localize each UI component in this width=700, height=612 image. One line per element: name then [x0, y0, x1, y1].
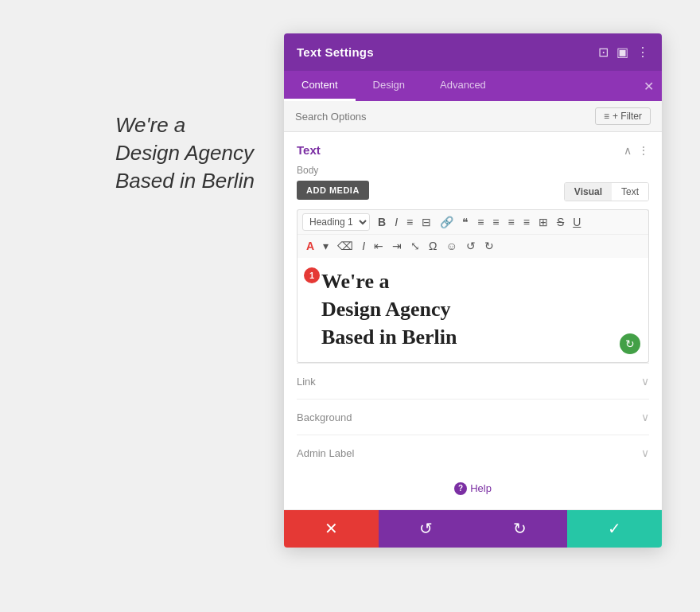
save-button[interactable]: ✓	[567, 510, 662, 548]
undo-editor-button[interactable]: ↺	[462, 238, 480, 255]
visual-text-toggle: Visual Text	[564, 182, 649, 201]
editor-text[interactable]: We're a Design Agency Based in Berlin	[321, 267, 637, 351]
expand-button[interactable]: ⤡	[406, 238, 424, 255]
filter-button[interactable]: ≡ + Filter	[595, 107, 651, 125]
clear-format-button[interactable]: ⌫	[333, 238, 357, 255]
tab-advanced[interactable]: Advanced	[422, 71, 504, 101]
special-char-button[interactable]: Ω	[425, 238, 441, 255]
editor-refresh-icon[interactable]: ↻	[620, 333, 640, 354]
admin-label-accordion[interactable]: Admin Label ∨	[297, 435, 649, 470]
redo-editor-button[interactable]: ↻	[480, 238, 498, 255]
justify-button[interactable]: ≡	[519, 214, 534, 231]
panel-body: Text ∧ ⋮ Body ADD MEDIA Visual Text Head…	[284, 132, 662, 509]
background-accordion[interactable]: Background ∨	[297, 399, 649, 435]
background-label: Background	[297, 411, 352, 423]
indent-button[interactable]: ⇥	[388, 238, 406, 255]
tab-content[interactable]: Content	[284, 71, 356, 101]
help-link[interactable]: ? Help	[454, 482, 492, 495]
fullscreen-icon[interactable]: ▣	[616, 45, 628, 60]
align-center-button[interactable]: ≡	[488, 214, 503, 231]
filter-icon: ≡	[604, 111, 609, 122]
editor-toolbar: Heading 1 B I ≡ ⊟ 🔗 ❝ ≡ ≡ ≡ ≡ ⊞ S U A ▾ …	[297, 209, 649, 258]
header-icons: ⊡ ▣ ⋮	[598, 45, 649, 60]
toolbar-row-1: Heading 1 B I ≡ ⊟ 🔗 ❝ ≡ ≡ ≡ ≡ ⊞ S U	[298, 210, 648, 235]
emoji-button[interactable]: ☺	[441, 238, 461, 255]
text-settings-panel: Text Settings ⊡ ▣ ⋮ Content Design Advan…	[284, 33, 662, 548]
search-input[interactable]	[295, 111, 595, 123]
align-left-button[interactable]: ≡	[473, 214, 488, 231]
strikethrough-button[interactable]: S	[553, 214, 568, 231]
italic2-button[interactable]: I	[358, 238, 369, 255]
cancel-button[interactable]: ✕	[284, 510, 379, 548]
ordered-list-button[interactable]: ⊟	[418, 214, 435, 231]
visual-tab[interactable]: Visual	[565, 183, 612, 201]
admin-label-text: Admin Label	[297, 447, 354, 459]
text-section-title: Text	[297, 143, 321, 157]
admin-label-chevron-icon: ∨	[641, 446, 649, 459]
link-chevron-icon: ∨	[641, 375, 649, 388]
align-right-button[interactable]: ≡	[504, 214, 519, 231]
text-color-button[interactable]: A	[302, 238, 318, 255]
tab-design[interactable]: Design	[356, 71, 422, 101]
undo-icon: ↺	[419, 519, 433, 538]
unordered-list-button[interactable]: ≡	[402, 214, 417, 231]
link-label: Link	[297, 376, 316, 388]
link-button[interactable]: 🔗	[436, 214, 457, 231]
help-section: ? Help	[297, 470, 649, 498]
toolbar-row-2: A ▾ ⌫ I ⇤ ⇥ ⤡ Ω ☺ ↺ ↻	[298, 235, 648, 258]
close-icon[interactable]: ✕	[644, 79, 654, 94]
undo-button[interactable]: ↺	[379, 510, 473, 548]
panel-header: Text Settings ⊡ ▣ ⋮	[284, 33, 662, 71]
table-button[interactable]: ⊞	[535, 214, 552, 231]
text-tab[interactable]: Text	[612, 183, 648, 201]
action-bar: ✕ ↺ ↻ ✓	[284, 509, 662, 548]
redo-button[interactable]: ↻	[473, 510, 568, 548]
underline-button[interactable]: U	[569, 214, 585, 231]
resize-icon[interactable]: ⊡	[598, 45, 609, 60]
editor-badge: 1	[304, 267, 320, 283]
add-media-button[interactable]: ADD MEDIA	[297, 181, 369, 200]
bold-button[interactable]: B	[374, 214, 390, 231]
redo-icon: ↻	[513, 519, 527, 538]
editor-content-area[interactable]: 1 We're a Design Agency Based in Berlin …	[297, 258, 649, 363]
text-section-header: Text ∧ ⋮	[297, 143, 649, 157]
text-color-dropdown[interactable]: ▾	[319, 238, 332, 255]
body-label: Body	[297, 165, 649, 176]
section-controls: ∧ ⋮	[624, 144, 649, 157]
panel-title: Text Settings	[297, 45, 374, 59]
outdent-button[interactable]: ⇤	[370, 238, 387, 255]
more-icon[interactable]: ⋮	[636, 45, 649, 60]
background-heading: We're a Design Agency Based in Berlin	[115, 111, 255, 195]
help-icon: ?	[454, 482, 467, 495]
italic-button[interactable]: I	[391, 214, 402, 231]
section-collapse-icon[interactable]: ∧	[624, 144, 632, 157]
blockquote-button[interactable]: ❝	[458, 214, 472, 231]
save-icon: ✓	[608, 519, 621, 538]
link-accordion[interactable]: Link ∨	[297, 363, 649, 399]
tab-bar: Content Design Advanced ✕	[284, 71, 662, 101]
cancel-icon: ✕	[325, 519, 338, 538]
section-more-icon[interactable]: ⋮	[638, 144, 649, 157]
search-bar: ≡ + Filter	[284, 101, 662, 132]
heading-select[interactable]: Heading 1	[302, 213, 370, 231]
background-chevron-icon: ∨	[641, 411, 649, 423]
